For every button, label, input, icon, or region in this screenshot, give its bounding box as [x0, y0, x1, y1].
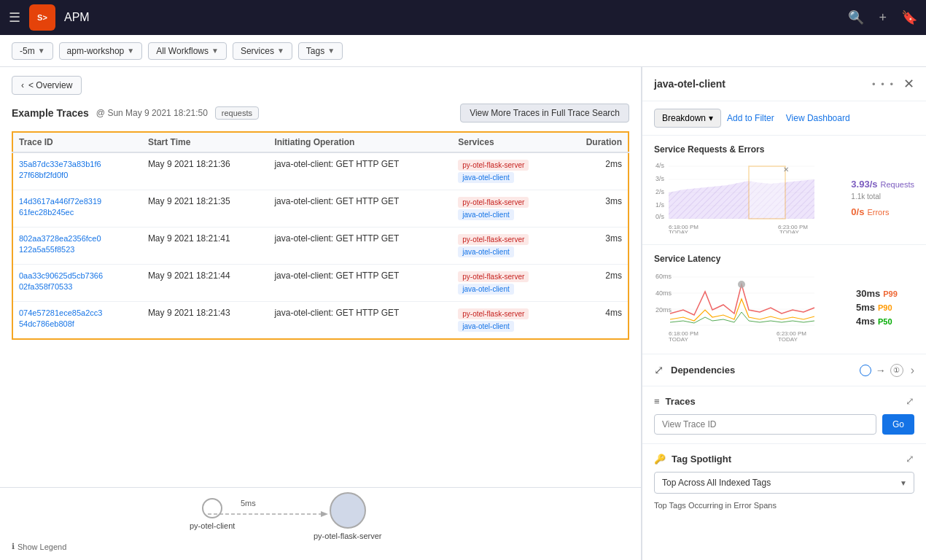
svg-text:60ms: 60ms — [655, 273, 672, 280]
hamburger-icon[interactable]: ☰ — [9, 9, 20, 26]
breakdown-button[interactable]: Breakdown ▾ — [654, 109, 721, 128]
trace-id-link[interactable]: 074e57281ece85a2cc3 — [19, 308, 136, 319]
trace-id-link[interactable]: 14d3617a446f72e8319 — [19, 196, 136, 207]
dependency-nodes: → ① — [860, 364, 903, 377]
svg-text:3/s: 3/s — [655, 175, 665, 182]
service-badge: py-otel-flask-server — [458, 234, 529, 245]
logo: S> — [29, 4, 55, 31]
operation-cell: java-otel-client: GET HTTP GET — [268, 265, 452, 302]
go-button[interactable]: Go — [882, 414, 914, 435]
svg-text:TODAY: TODAY — [778, 336, 798, 343]
start-time-cell: May 9 2021 18:21:41 — [142, 228, 269, 265]
app-title: APM — [64, 11, 90, 24]
dep-target-count: ① — [890, 364, 903, 377]
tag-dropdown[interactable]: Top Across All Indexed Tags — [654, 472, 914, 494]
trace-id-link[interactable]: 35a87dc33e73a83b1f6 — [19, 159, 136, 170]
left-node-label: py-otel-client — [190, 521, 235, 530]
tag-expand-icon[interactable]: ⤢ — [906, 453, 914, 464]
p99-legend: 30ms P99 — [856, 288, 914, 299]
time-filter[interactable]: -5m ▼ — [12, 42, 53, 60]
right-node-circle — [330, 492, 366, 529]
service-requests-svg: 4/s 3/s 2/s 1/s 0/s — [654, 160, 842, 236]
overview-button[interactable]: ‹ < Overview — [12, 76, 82, 95]
filter-bar: -5m ▼ apm-workshop ▼ All Workflows ▼ Ser… — [0, 35, 926, 67]
show-legend-button[interactable]: ℹ Show Legend — [12, 542, 66, 551]
table-header-row: Trace ID Start Time Initiating Operation… — [12, 132, 629, 152]
table-row: 0aa33c90625d5cb736602fa358f70533May 9 20… — [12, 265, 629, 302]
dependencies-section[interactable]: ⤢ Dependencies → ① › — [642, 354, 926, 386]
svg-point-28 — [738, 281, 745, 288]
view-trace-id-input[interactable] — [654, 414, 876, 435]
svg-text:✕: ✕ — [783, 166, 789, 174]
start-time-cell: May 9 2021 18:21:35 — [142, 190, 269, 228]
svg-text:TODAY: TODAY — [779, 229, 799, 233]
duration-cell: 2ms — [564, 265, 629, 302]
add-icon[interactable]: + — [879, 10, 887, 26]
svg-text:0/s: 0/s — [655, 213, 665, 220]
view-dashboard-link[interactable]: View Dashboard — [786, 113, 850, 123]
trace-id-link-2[interactable]: 61fec28b245ec — [19, 207, 136, 218]
operation-cell: java-otel-client: GET HTTP GET — [268, 190, 452, 228]
top-nav: ☰ S> APM 🔍 + 🔖 — [0, 0, 926, 35]
traces-expand-icon[interactable]: ⤢ — [906, 395, 914, 407]
panel-actions: Breakdown ▾ Add to Filter View Dashboard — [642, 101, 926, 136]
diagram-area: py-otel-client 5ms py-otel-flask-server … — [0, 487, 641, 560]
col-trace-id: Trace ID — [12, 132, 142, 152]
col-start-time: Start Time — [142, 132, 269, 152]
service-badge: py-otel-flask-server — [458, 271, 529, 282]
svg-rect-15 — [749, 166, 785, 219]
tags-filter[interactable]: Tags ▼ — [298, 42, 343, 60]
trace-id-link-2[interactable]: 122a5a55f8523 — [19, 244, 136, 255]
service-latency-chart-container: 60ms 40ms 20ms — [654, 270, 914, 345]
table-row: 802aa3728ea2356fce0122a5a55f8523May 9 20… — [12, 228, 629, 265]
env-filter-arrow: ▼ — [127, 47, 134, 55]
key-icon: 🔑 — [654, 454, 666, 464]
traces-title: Example Traces — [12, 107, 89, 119]
duration-cell: 3ms — [564, 228, 629, 265]
workflows-filter[interactable]: All Workflows ▼ — [148, 42, 227, 60]
services-cell: py-otel-flask-serverjava-otel-client — [452, 302, 563, 340]
trace-id-cell: 14d3617a446f72e831961fec28b245ec — [12, 190, 142, 228]
trace-id-link-2[interactable]: 27f68bf2fd0f0 — [19, 170, 136, 181]
svg-text:TODAY: TODAY — [669, 229, 688, 233]
right-traces-header: ≡ Traces ⤢ — [654, 395, 914, 407]
service-requests-section: Service Requests & Errors 4/s 3/s 2/s 1/… — [642, 136, 926, 245]
traces-header: Example Traces @ Sun May 9 2021 18:21:50… — [12, 104, 629, 122]
trace-id-link[interactable]: 0aa33c90625d5cb7366 — [19, 271, 136, 281]
view-more-button[interactable]: View More Traces in Full Trace Search — [460, 104, 629, 122]
traces-list-icon: ≡ — [654, 396, 660, 407]
tag-dropdown-wrap: Top Across All Indexed Tags ▼ — [654, 472, 914, 494]
service-latency-section: Service Latency 60ms 40ms 20ms — [642, 245, 926, 354]
requests-chart-legend: 3.93/s Requests 1.1k total 0/s Errors — [851, 160, 914, 236]
dep-source-node — [860, 365, 871, 376]
search-icon[interactable]: 🔍 — [848, 9, 864, 26]
service-requests-title: Service Requests & Errors — [654, 144, 914, 155]
trace-id-link[interactable]: 802aa3728ea2356fce0 — [19, 233, 136, 244]
p50-legend: 4ms P50 — [856, 316, 914, 327]
trace-id-link-2[interactable]: 54dc786eb808f — [19, 319, 136, 330]
service-badge: java-otel-client — [458, 246, 513, 257]
more-options-button[interactable]: • • • — [872, 79, 895, 90]
duration-cell: 3ms — [564, 190, 629, 228]
svg-text:4/s: 4/s — [655, 162, 665, 169]
close-button[interactable]: ✕ — [903, 76, 914, 92]
service-latency-svg: 60ms 40ms 20ms — [654, 270, 847, 345]
service-latency-title: Service Latency — [654, 254, 914, 264]
requests-badge: requests — [215, 106, 259, 120]
bookmark-icon[interactable]: 🔖 — [901, 9, 917, 26]
col-initiating-op: Initiating Operation — [268, 132, 452, 152]
col-duration: Duration — [564, 132, 629, 152]
left-panel: ‹ < Overview Example Traces @ Sun May 9 … — [0, 67, 642, 560]
environment-filter[interactable]: apm-workshop ▼ — [59, 42, 143, 60]
table-row: 14d3617a446f72e831961fec28b245ecMay 9 20… — [12, 190, 629, 228]
dep-chevron-icon[interactable]: › — [911, 364, 914, 377]
trace-id-cell: 074e57281ece85a2cc354dc786eb808f — [12, 302, 142, 340]
services-filter[interactable]: Services ▼ — [233, 42, 292, 60]
operation-cell: java-otel-client: GET HTTP GET — [268, 152, 452, 190]
service-badge: java-otel-client — [458, 172, 513, 183]
trace-id-link-2[interactable]: 02fa358f70533 — [19, 281, 136, 292]
trace-id-cell: 0aa33c90625d5cb736602fa358f70533 — [12, 265, 142, 302]
trace-id-cell: 802aa3728ea2356fce0122a5a55f8523 — [12, 228, 142, 265]
svg-text:40ms: 40ms — [655, 289, 672, 297]
add-to-filter-link[interactable]: Add to Filter — [727, 113, 774, 123]
